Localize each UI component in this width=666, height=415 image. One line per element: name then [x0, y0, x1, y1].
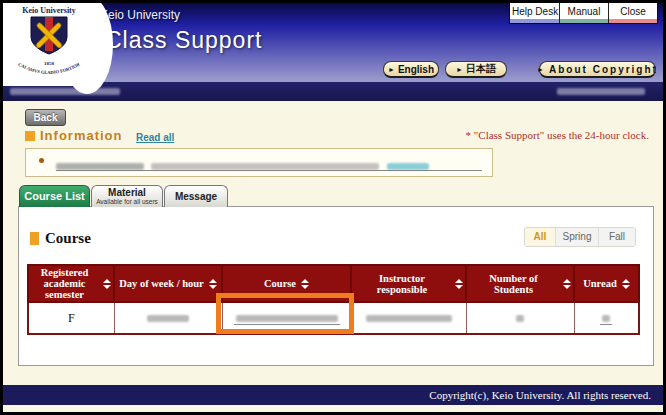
sort-icon[interactable] — [103, 279, 111, 289]
manual-label: Manual — [560, 3, 608, 19]
sort-icon[interactable] — [455, 279, 463, 289]
filter-fall[interactable]: Fall — [598, 228, 635, 246]
course-title: Course — [45, 230, 91, 247]
help-desk-button[interactable]: Help Desk — [510, 3, 559, 23]
course-link[interactable] — [234, 315, 340, 325]
sort-icon[interactable] — [301, 279, 309, 289]
back-button[interactable]: Back — [25, 109, 66, 126]
class-support-page: Keio University Class Support Keio Unive… — [0, 0, 666, 415]
header-label: Course — [264, 278, 296, 289]
header-label: Unread — [583, 278, 617, 289]
cell-registered-semester: F — [28, 302, 114, 334]
table-header-row: Registered academic semester Day of week… — [28, 265, 639, 302]
announcement-line — [56, 157, 429, 175]
japanese-label: 日本語 — [466, 62, 496, 76]
redacted-user-info — [10, 88, 120, 95]
read-all-link[interactable]: Read all — [136, 132, 174, 143]
unread-link[interactable] — [600, 315, 612, 325]
information-title: Information — [40, 128, 123, 143]
orange-square-icon — [25, 131, 35, 141]
about-copyright-button[interactable]: ► About Copyright — [539, 61, 656, 78]
cell-num-students — [466, 302, 574, 334]
information-heading: Information — [25, 128, 123, 143]
header-day-hour[interactable]: Day of week / hour — [114, 265, 222, 302]
header-unread[interactable]: Unread — [574, 265, 639, 302]
sort-icon[interactable] — [622, 279, 630, 289]
clock-note: * "Class Support" uses the 24-hour clock… — [466, 129, 649, 141]
svg-text:1858: 1858 — [44, 61, 55, 66]
tab-material-label: Material — [92, 188, 162, 198]
redacted-count — [516, 315, 524, 322]
header-label: Number of Students — [469, 273, 558, 295]
keio-crest-icon: 1858 CALAMVS GLADIO FORTIOR — [6, 15, 92, 79]
table-row: F — [28, 302, 639, 334]
keio-logo: Keio University 1858 CALAMVS GLADIO FORT… — [3, 6, 95, 83]
course-heading: Course — [30, 230, 91, 247]
cell-day-hour — [114, 302, 222, 334]
english-label: English — [398, 64, 434, 75]
sort-icon[interactable] — [563, 279, 571, 289]
page-title: Class Support — [105, 27, 262, 54]
arrow-icon: ► — [537, 66, 546, 73]
bullet-icon — [39, 158, 44, 163]
header-label: Instructor responsible — [354, 273, 450, 295]
cell-unread — [574, 302, 639, 334]
header-registered-semester[interactable]: Registered academic semester — [28, 265, 114, 302]
redacted-unread — [602, 315, 610, 322]
information-box — [25, 148, 493, 177]
about-copyright-label: About Copyright — [549, 64, 658, 75]
tab-material-sublabel: Available for all users — [92, 198, 162, 206]
help-desk-label: Help Desk — [510, 3, 559, 19]
header-label: Registered academic semester — [31, 267, 98, 300]
header-course[interactable]: Course — [222, 265, 351, 302]
redacted-day-hour — [147, 315, 189, 322]
orange-bar-icon — [30, 232, 39, 245]
tab-message[interactable]: Message — [164, 185, 228, 207]
japanese-button[interactable]: ► 日本語 — [445, 61, 507, 78]
semester-filter-group: All Spring Fall — [524, 227, 636, 247]
header-university-label: Keio University — [100, 8, 180, 22]
english-button[interactable]: ► English — [383, 61, 439, 78]
manual-button[interactable]: Manual — [559, 3, 608, 23]
header-utility-buttons: Help Desk Manual Close — [509, 3, 658, 24]
course-table: Registered academic semester Day of week… — [27, 264, 640, 335]
redacted-instructor — [366, 315, 452, 322]
footer-copyright: Copyright(c), Keio University. All right… — [3, 385, 663, 405]
tab-course-list[interactable]: Course List — [19, 185, 90, 207]
redacted-course-name — [236, 315, 338, 322]
filter-all[interactable]: All — [525, 228, 555, 246]
header-label: Day of week / hour — [119, 278, 204, 289]
manual-accent-strip — [560, 19, 608, 23]
cell-instructor — [351, 302, 466, 334]
keio-logo-title: Keio University — [3, 6, 95, 15]
close-accent-strip — [609, 19, 657, 23]
close-label: Close — [609, 3, 657, 19]
sort-icon[interactable] — [209, 279, 217, 289]
announcement-underline — [56, 170, 482, 171]
arrow-icon: ► — [456, 66, 463, 73]
filter-spring[interactable]: Spring — [555, 228, 598, 246]
help-desk-accent-strip — [510, 19, 559, 23]
close-button[interactable]: Close — [608, 3, 657, 23]
header-instructor[interactable]: Instructor responsible — [351, 265, 466, 302]
redacted-timestamp — [557, 88, 645, 95]
keio-logo-panel: Keio University 1858 CALAMVS GLADIO FORT… — [3, 3, 87, 86]
tab-material[interactable]: Material Available for all users — [91, 185, 163, 207]
arrow-icon: ► — [388, 66, 395, 73]
header-num-students[interactable]: Number of Students — [466, 265, 574, 302]
cell-course — [222, 302, 351, 334]
